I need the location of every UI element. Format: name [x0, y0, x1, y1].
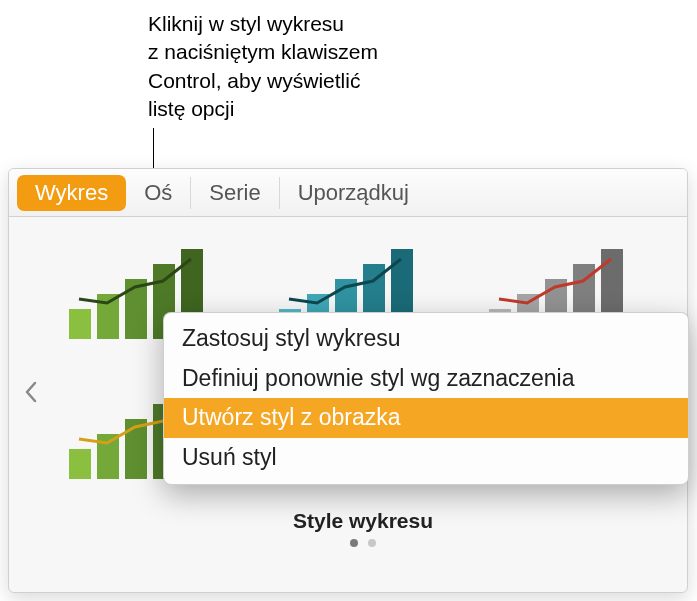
tab-chart[interactable]: Wykres	[17, 175, 126, 211]
context-menu: Zastosuj styl wykresu Definiuj ponownie …	[163, 312, 689, 485]
menu-item-apply-style[interactable]: Zastosuj styl wykresu	[164, 319, 688, 359]
svg-rect-0	[69, 309, 91, 339]
section-title: Style wykresu	[59, 509, 667, 533]
tab-arrange[interactable]: Uporządkuj	[280, 177, 427, 209]
nav-left-button[interactable]	[19, 372, 43, 412]
tab-bar: Wykres Oś Serie Uporządkuj	[9, 169, 687, 217]
menu-item-delete-style[interactable]: Usuń styl	[164, 438, 688, 478]
svg-rect-15	[69, 449, 91, 479]
callout-text: Kliknij w styl wykresu z naciśniętym kla…	[148, 10, 378, 123]
chevron-left-icon	[24, 381, 38, 403]
pager-dot[interactable]	[350, 539, 358, 547]
menu-item-redefine-style[interactable]: Definiuj ponownie styl wg zaznaczenia	[164, 359, 688, 399]
pager-dot[interactable]	[368, 539, 376, 547]
tab-series[interactable]: Serie	[191, 177, 279, 209]
pager	[59, 539, 667, 547]
tab-axis[interactable]: Oś	[126, 177, 191, 209]
menu-item-create-style[interactable]: Utwórz styl z obrazka	[164, 398, 688, 438]
